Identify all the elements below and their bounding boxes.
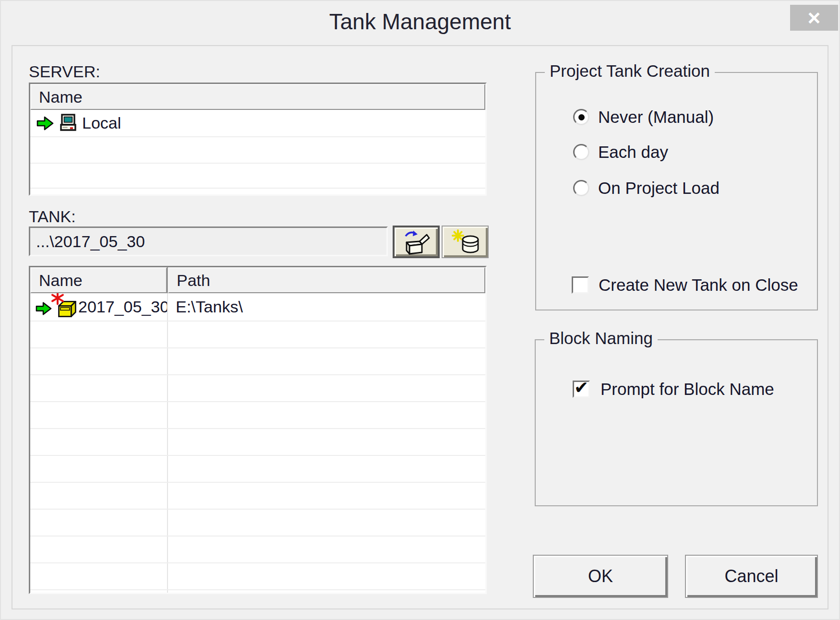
radio-on-project-load[interactable]: On Project Load: [573, 179, 720, 198]
open-tank-icon: [402, 229, 430, 255]
server-list: Name Local: [29, 83, 487, 196]
tank-table-header: Name Path: [30, 267, 485, 293]
project-tank-creation-label: Project Tank Creation: [545, 61, 715, 81]
server-label: SERVER:: [29, 62, 100, 81]
project-tank-creation-group: Project Tank Creation Never (Manual) Eac…: [535, 72, 818, 310]
new-tank-icon: [451, 229, 479, 255]
server-row-local[interactable]: Local: [30, 110, 485, 137]
tank-row-empty: [30, 429, 485, 456]
tank-path: E:\Tanks\: [176, 298, 243, 316]
tank-name: 2017_05_30: [78, 298, 168, 316]
cancel-button[interactable]: Cancel: [685, 555, 818, 598]
tank-path-field[interactable]: ...\2017_05_30: [29, 227, 388, 256]
open-tank-button[interactable]: [393, 226, 440, 258]
asterisk-new-icon: [50, 293, 65, 305]
computer-icon: [58, 113, 78, 133]
radio-icon: [573, 109, 589, 125]
tank-label: TANK:: [29, 207, 76, 226]
server-column-header-name[interactable]: Name: [30, 84, 485, 110]
checkbox-prompt-for-block-name[interactable]: ✔ Prompt for Block Name: [573, 380, 774, 399]
green-arrow-icon: [36, 115, 54, 132]
server-list-header: Name: [30, 84, 485, 110]
tank-row-2017-05-30[interactable]: 2017_05_30 E:\Tanks\: [30, 293, 485, 322]
tank-row-empty: [30, 375, 485, 402]
tank-management-dialog: Tank Management × SERVER: Name: [0, 0, 840, 620]
tank-row-empty: [30, 322, 485, 348]
server-row-empty: [30, 137, 485, 164]
tank-row-empty: [30, 456, 485, 483]
tank-row-empty: [30, 348, 485, 375]
tank-row-empty: [30, 483, 485, 510]
radio-icon: [573, 144, 589, 160]
checkbox-create-new-tank-on-close[interactable]: ✔ Create New Tank on Close: [572, 275, 798, 295]
radio-never-manual[interactable]: Never (Manual): [573, 107, 714, 127]
tank-table: Name Path: [29, 266, 487, 594]
close-button[interactable]: ×: [790, 5, 838, 31]
radio-icon: [573, 180, 589, 196]
server-row-empty: [30, 189, 485, 196]
server-row-empty: [30, 164, 485, 189]
ok-button[interactable]: OK: [533, 555, 668, 598]
tank-row-empty: [30, 563, 485, 590]
tank-row-empty: [30, 402, 485, 429]
tank-badge: [52, 295, 78, 320]
green-arrow-icon: [35, 300, 52, 317]
block-naming-group: Block Naming ✔ Prompt for Block Name: [535, 339, 818, 506]
close-icon: ×: [808, 7, 821, 29]
tank-row-empty: [30, 510, 485, 537]
tank-column-header-path[interactable]: Path: [168, 267, 485, 293]
checkbox-icon: ✔: [573, 381, 590, 398]
tank-column-header-name[interactable]: Name: [30, 267, 167, 293]
tank-row-empty: [30, 590, 485, 594]
tank-name-cell: 2017_05_30: [30, 293, 168, 321]
checkbox-icon: ✔: [572, 276, 589, 294]
block-naming-label: Block Naming: [544, 329, 658, 348]
new-tank-button[interactable]: [442, 226, 489, 258]
tank-row-empty: [30, 537, 485, 563]
tank-path-cell: E:\Tanks\: [168, 293, 485, 321]
server-name: Local: [82, 114, 121, 132]
radio-each-day[interactable]: Each day: [573, 143, 668, 162]
dialog-title: Tank Management: [1, 9, 839, 35]
